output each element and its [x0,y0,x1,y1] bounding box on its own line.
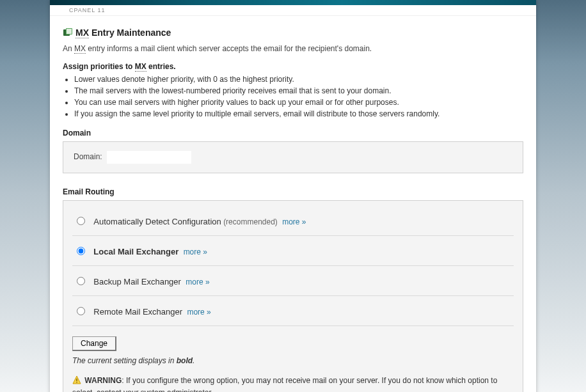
routing-label: Backup Mail Exchanger [93,277,181,286]
routing-radio-backup[interactable] [77,277,85,285]
domain-input[interactable] [107,151,191,164]
warning-label: WARNING [84,376,122,385]
routing-panel: Automatically Detect Configuration (reco… [63,200,523,392]
priority-bullet: Lower values denote higher priority, wit… [74,75,523,84]
intro-mx: MX [74,44,86,54]
priority-bullet: You can use mail servers with higher pri… [74,98,523,107]
note-after: . [193,356,194,365]
content-area: MX Entry Maintenance An MX entry informs… [50,16,536,392]
routing-radio-local[interactable] [77,247,85,255]
routing-radio-remote[interactable] [77,307,85,315]
routing-option-local[interactable]: Local Mail Exchanger more » [72,236,514,266]
page-container: CPANEL 11 MX Entry Maintenance An MX ent… [50,0,536,392]
warning-text: : If you configure the wrong option, you… [72,376,497,392]
intro-before: An [63,44,74,53]
mx-icon [63,27,73,38]
priorities-list: Lower values denote higher priority, wit… [74,75,523,118]
routing-label: Remote Mail Exchanger [93,307,182,317]
intro-after: entry informs a mail client which server… [86,44,372,53]
page-title: MX Entry Maintenance [63,27,523,38]
top-banner [50,0,536,5]
routing-option-backup[interactable]: Backup Mail Exchanger more » [72,266,514,296]
note-bold: bold [177,356,193,365]
domain-row: Domain: [74,151,512,164]
intro-text: An MX entry informs a mail client which … [63,44,523,53]
routing-option-auto[interactable]: Automatically Detect Configuration (reco… [72,206,514,236]
more-link[interactable]: more » [187,308,210,317]
domain-panel: Domain: [63,141,523,173]
warning-block: WARNING: If you configure the wrong opti… [72,375,514,392]
change-row: Change [72,326,514,351]
change-button[interactable]: Change [72,336,116,351]
routing-radio-auto[interactable] [77,217,85,225]
more-link[interactable]: more » [184,247,207,256]
more-link[interactable]: more » [186,278,209,286]
priorities-heading: Assign priorities to MX entries. [63,62,523,71]
routing-label: Automatically Detect Configuration [93,217,221,226]
title-rest: Entry Maintenance [89,27,171,38]
subheader-bar: CPANEL 11 [50,5,536,16]
warning-icon [72,375,81,388]
domain-heading: Domain [63,129,523,137]
routing-heading: Email Routing [63,187,523,196]
svg-rect-5 [76,382,77,382]
priorities-heading-before: Assign priorities to [63,62,135,71]
priority-bullet: If you assign the same level priority to… [74,109,523,118]
svg-rect-2 [67,29,72,34]
domain-label: Domain: [74,152,102,161]
title-mx: MX [75,27,89,38]
priority-bullet: The mail servers with the lowest-numbere… [74,86,523,95]
note-before: The current setting displays in [72,356,177,365]
priorities-heading-after: entries. [146,62,176,71]
routing-suffix: (recommended) [223,217,278,226]
routing-label: Local Mail Exchanger [93,247,178,256]
current-setting-note: The current setting displays in bold. [72,356,514,365]
more-link[interactable]: more » [282,217,306,226]
routing-option-remote[interactable]: Remote Mail Exchanger more » [72,296,514,326]
priorities-heading-mx: MX [135,62,146,72]
svg-rect-4 [76,379,77,381]
